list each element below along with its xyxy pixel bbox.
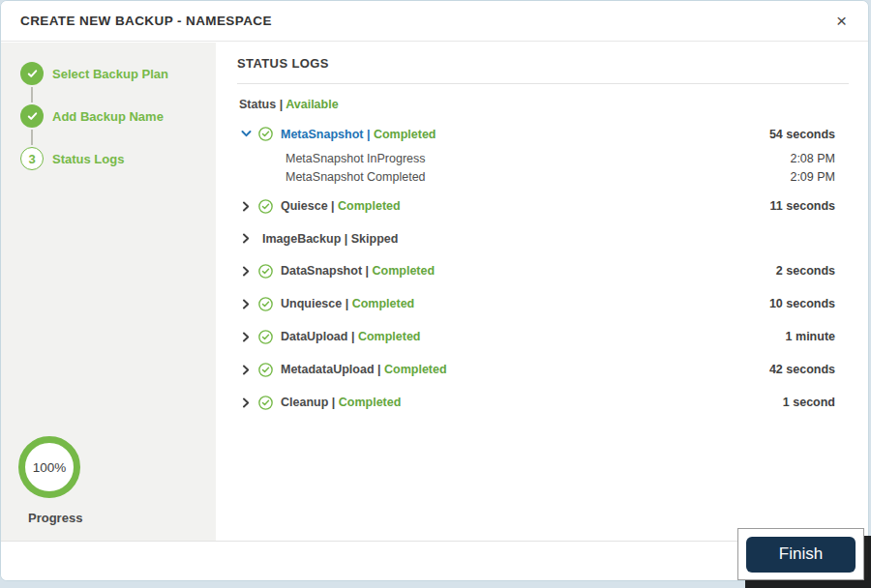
log-step-status: Completed (338, 199, 401, 213)
step-label: Select Backup Plan (52, 67, 168, 81)
step-label: Add Backup Name (52, 109, 164, 124)
log-duration: 1 second (783, 396, 835, 409)
log-pipe: | (375, 363, 384, 376)
step-connector (31, 130, 33, 145)
log-sub-text: MetaSnapshot InProgress (285, 152, 426, 165)
log-sub-rows: MetaSnapshot InProgress2:08 PMMetaSnapsh… (237, 152, 835, 184)
progress-ring: 100% (18, 436, 80, 498)
log-row-label: Unquiesce | Completed (281, 297, 414, 310)
progress-percent: 100% (33, 460, 67, 475)
log-pipe: | (341, 232, 350, 246)
chevron-down-icon[interactable] (241, 129, 256, 139)
log-step-status: Completed (374, 128, 436, 141)
log-duration: 1 minute (786, 330, 835, 343)
status-logs-heading: STATUS LOGS (237, 56, 835, 71)
log-sub-text: MetaSnapshot Completed (285, 170, 426, 184)
chevron-right-icon[interactable] (241, 397, 256, 408)
log-duration: 54 seconds (769, 128, 835, 141)
check-circle-icon (258, 127, 274, 141)
log-row-label: MetadataUpload | Completed (281, 363, 447, 376)
log-duration: 10 seconds (769, 297, 835, 310)
log-row-label: Cleanup | Completed (281, 396, 401, 409)
heading-divider (237, 83, 849, 84)
log-row-label: DataUpload | Completed (281, 330, 421, 343)
log-step-name: DataSnapshot (281, 264, 362, 278)
chevron-right-icon[interactable] (241, 365, 256, 375)
log-step-name: Quiesce (281, 199, 328, 213)
status-value: Available (285, 98, 338, 111)
log-row-metasnapshot[interactable]: MetaSnapshot | Completed54 seconds (237, 127, 835, 141)
log-row-dataupload[interactable]: DataUpload | Completed1 minute (237, 330, 835, 344)
check-circle-icon (258, 396, 274, 410)
chevron-right-icon[interactable] (241, 266, 256, 277)
status-label: Status (239, 98, 276, 111)
log-duration: 2 seconds (776, 264, 835, 278)
log-step-name: ImageBackup (262, 232, 341, 246)
log-pipe: | (328, 396, 338, 409)
finish-button[interactable]: Finish (746, 537, 856, 573)
log-row-cleanup[interactable]: Cleanup | Completed1 second (237, 396, 835, 410)
log-row-datasnapshot[interactable]: DataSnapshot | Completed2 seconds (237, 264, 835, 279)
log-step-status: Completed (358, 330, 421, 343)
progress-label: Progress (28, 511, 125, 525)
log-step-status: Completed (352, 297, 415, 310)
log-pipe: | (362, 264, 372, 278)
close-icon[interactable]: × (832, 10, 851, 32)
log-step-status: Completed (373, 264, 436, 278)
finish-highlight-box: Finish (737, 528, 864, 580)
log-step-name: MetaSnapshot (281, 128, 363, 141)
log-duration: 42 seconds (769, 363, 835, 376)
log-sub-row: MetaSnapshot Completed2:09 PM (237, 170, 835, 184)
log-row-label: ImageBackup | Skipped (262, 232, 398, 246)
chevron-right-icon[interactable] (241, 233, 256, 244)
step-check-icon (20, 62, 44, 85)
step-check-icon (20, 104, 44, 128)
step-list: Select Backup PlanAdd Backup Name3Status… (20, 62, 216, 170)
log-row-metadataupload[interactable]: MetadataUpload | Completed42 seconds (237, 363, 835, 377)
check-circle-icon (258, 363, 274, 377)
log-sub-time: 2:08 PM (790, 152, 835, 165)
log-step-name: Cleanup (281, 396, 328, 409)
log-pipe: | (347, 330, 357, 343)
log-row-imagebackup[interactable]: ImageBackup | Skipped (237, 232, 835, 246)
check-circle-icon (258, 199, 274, 214)
log-pipe: | (363, 128, 373, 141)
log-row-list: MetaSnapshot | Completed54 secondsMetaSn… (237, 127, 835, 410)
log-duration: 11 seconds (770, 199, 835, 213)
status-pipe: | (280, 98, 284, 111)
step-number: 3 (20, 147, 44, 170)
log-sub-row: MetaSnapshot InProgress2:08 PM (237, 152, 835, 165)
log-row-label: Quiesce | Completed (281, 199, 401, 213)
check-circle-icon (258, 264, 274, 279)
dialog-title: CREATE NEW BACKUP - NAMESPACE (20, 14, 272, 28)
step-label: Status Logs (52, 152, 124, 166)
log-sub-time: 2:09 PM (790, 170, 835, 184)
dialog-header: CREATE NEW BACKUP - NAMESPACE × (1, 1, 868, 42)
status-logs-panel: STATUS LOGS Status | Available MetaSnaps… (216, 43, 868, 543)
progress-indicator: 100% Progress (18, 436, 125, 525)
log-step-name: Unquiesce (281, 297, 342, 310)
log-step-name: DataUpload (281, 330, 347, 343)
check-circle-icon (258, 330, 274, 344)
wizard-sidebar: Select Backup PlanAdd Backup Name3Status… (1, 43, 216, 543)
chevron-right-icon[interactable] (241, 332, 256, 342)
create-backup-dialog: CREATE NEW BACKUP - NAMESPACE × Select B… (0, 0, 869, 581)
log-step-status: Skipped (351, 232, 399, 246)
overall-status: Status | Available (239, 98, 835, 111)
log-row-label: DataSnapshot | Completed (281, 264, 435, 278)
chevron-right-icon[interactable] (241, 299, 256, 309)
sidebar-step-status-logs[interactable]: 3Status Logs (20, 147, 216, 170)
check-circle-icon (258, 297, 274, 311)
log-row-label: MetaSnapshot | Completed (281, 128, 436, 141)
log-step-name: MetadataUpload (281, 363, 375, 376)
log-step-status: Completed (384, 363, 447, 376)
log-row-unquiesce[interactable]: Unquiesce | Completed10 seconds (237, 297, 835, 311)
log-pipe: | (342, 297, 351, 310)
log-pipe: | (328, 199, 338, 213)
chevron-right-icon[interactable] (241, 201, 256, 212)
sidebar-step-select-backup-plan[interactable]: Select Backup Plan (20, 62, 216, 85)
step-connector (31, 87, 33, 103)
log-step-status: Completed (339, 396, 402, 409)
sidebar-step-add-backup-name[interactable]: Add Backup Name (20, 104, 216, 128)
log-row-quiesce[interactable]: Quiesce | Completed11 seconds (237, 199, 835, 214)
